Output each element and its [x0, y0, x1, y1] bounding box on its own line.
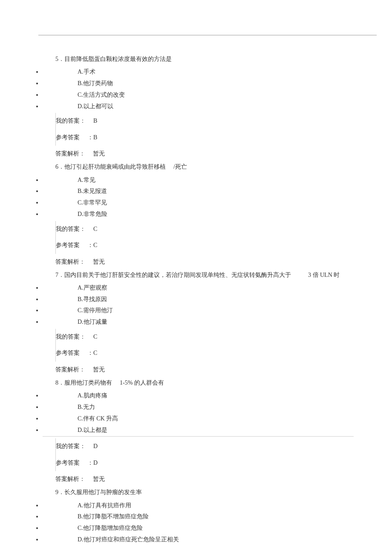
q7-ref-answer: 参考答案：C	[56, 345, 354, 361]
q9-option-b: B.他汀降脂不增加癌症危险	[43, 512, 354, 522]
q8-option-c: C.伴有 CK 升高	[43, 414, 354, 424]
q6-body2: /死亡	[173, 164, 187, 170]
q5-ref-answer: 参考答案：B	[56, 129, 354, 146]
q6-answer-block: 我的答案：C 参考答案：C	[55, 221, 354, 254]
q8-my-answer-value: D	[93, 443, 98, 449]
q7-number: 7	[55, 272, 58, 278]
q8-option-b: B.无力	[43, 402, 354, 412]
q7-analysis: 答案解析：暂无	[55, 364, 354, 375]
question-8-text: 8．服用他汀类药物有1-5% 的人群会有	[55, 377, 354, 388]
q6-number: 6	[55, 164, 58, 170]
q7-ref-answer-label: 参考答案	[56, 350, 80, 356]
q6-analysis-label: 答案解析：	[55, 259, 85, 265]
q8-ref-answer-value: D	[93, 460, 98, 466]
q7-body1: ．国内目前关于他汀肝脏安全性的建议，若治疗期间发现单纯性、无症状转氨酶升高大于	[58, 272, 291, 278]
q5-ref-sep: ：	[87, 134, 93, 141]
q8-my-answer-label: 我的答案：	[56, 443, 86, 449]
question-6-options: A.常见 B.未见报道 C.非常罕见 D.非常危险	[38, 175, 354, 219]
q5-ref-answer-value: B	[93, 134, 97, 141]
q5-body: ．目前降低脂蛋白颗粒浓度最有效的方法是	[58, 56, 172, 62]
question-5-text: 5．目前降低脂蛋白颗粒浓度最有效的方法是	[55, 54, 354, 64]
q6-my-answer-value: C	[93, 226, 97, 232]
q5-option-c: C.生活方式的改变	[43, 90, 354, 100]
q9-option-a: A.他汀具有抗癌作用	[43, 500, 354, 511]
q7-my-answer: 我的答案：C	[56, 329, 354, 345]
q8-ref-answer-label: 参考答案	[56, 460, 80, 466]
q9-body: ．长久服用他汀与肿瘤的发生率	[58, 489, 142, 495]
q5-my-answer-label: 我的答案：	[56, 118, 86, 124]
q5-my-answer: 我的答案：B	[56, 113, 354, 129]
question-5-options: A.手术 B.他汀类药物 C.生活方式的改变 D.以上都可以	[38, 67, 354, 111]
q7-analysis-value: 暂无	[93, 366, 105, 373]
question-9-options: A.他汀具有抗癌作用 B.他汀降脂不增加癌症危险 C.他汀降脂增加癌症危险 D.…	[38, 500, 354, 545]
q8-ref-sep: ：	[87, 460, 93, 466]
q7-my-answer-label: 我的答案：	[56, 334, 86, 340]
question-9-text: 9．长久服用他汀与肿瘤的发生率	[55, 487, 354, 497]
q5-option-b: B.他汀类药物	[43, 78, 354, 89]
q6-ref-answer: 参考答案：C	[56, 237, 354, 253]
q9-option-c: C.他汀降脂增加癌症危险	[43, 523, 354, 533]
q8-option-a: A.肌肉疼痛	[43, 391, 354, 401]
q8-body1: ．服用他汀类药物有	[58, 380, 112, 386]
q7-option-b: B.寻找原因	[43, 294, 354, 305]
q5-ref-answer-label: 参考答案	[56, 134, 80, 141]
q7-answer-block: 我的答案：C 参考答案：C	[55, 329, 354, 362]
q8-my-answer: 我的答案：D	[56, 438, 354, 454]
question-7-options: A.严密观察 B.寻找原因 C.需停用他汀 D.他汀减量	[38, 283, 354, 327]
q8-analysis: 答案解析：暂无	[55, 474, 354, 484]
q7-analysis-label: 答案解析：	[55, 366, 85, 373]
question-7-text: 7．国内目前关于他汀肝脏安全性的建议，若治疗期间发现单纯性、无症状转氨酶升高大于…	[55, 270, 354, 280]
q6-option-c: C.非常罕见	[43, 198, 354, 208]
q6-analysis: 答案解析：暂无	[55, 256, 354, 267]
q6-my-answer: 我的答案：C	[56, 221, 354, 237]
q6-my-answer-label: 我的答案：	[56, 226, 86, 232]
q8-ref-answer: 参考答案：D	[56, 455, 354, 471]
q9-number: 9	[55, 489, 58, 495]
q6-option-d: D.非常危险	[43, 209, 354, 219]
q5-my-answer-value: B	[93, 118, 97, 124]
q8-number: 8	[55, 380, 58, 386]
q5-number: 5	[55, 56, 58, 62]
q8-analysis-label: 答案解析：	[55, 476, 85, 482]
q7-ref-sep: ：	[87, 350, 93, 356]
q7-option-d: D.他汀减量	[43, 317, 354, 327]
q8-body2: 1-5% 的人群会有	[120, 380, 164, 386]
q7-option-a: A.严密观察	[43, 283, 354, 293]
question-6-text: 6．他汀引起肝功能衰竭或由此导致肝移植/死亡	[55, 161, 354, 172]
q5-analysis-value: 暂无	[93, 150, 105, 157]
q8-analysis-value: 暂无	[93, 476, 105, 482]
q9-option-d: D.他汀对癌症和癌症死亡危险呈正相关	[43, 535, 354, 545]
q5-analysis-label: 答案解析：	[55, 150, 85, 157]
q6-ref-answer-value: C	[93, 242, 97, 248]
q7-my-answer-value: C	[93, 334, 97, 340]
q7-body2: 3 倍 ULN 时	[308, 272, 340, 278]
q7-ref-answer-value: C	[93, 350, 97, 356]
q5-option-a: A.手术	[43, 67, 354, 77]
q6-analysis-value: 暂无	[93, 259, 105, 265]
q5-answer-block: 我的答案：B 参考答案：B	[55, 113, 354, 146]
q6-body1: ．他汀引起肝功能衰竭或由此导致肝移植	[58, 164, 166, 170]
question-8-options: A.肌肉疼痛 B.无力 C.伴有 CK 升高 D.以上都是	[38, 391, 354, 437]
q6-ref-answer-label: 参考答案	[56, 242, 80, 248]
q6-option-a: A.常见	[43, 175, 354, 185]
q5-analysis: 答案解析：暂无	[55, 148, 354, 159]
q8-answer-block: 我的答案：D 参考答案：D	[55, 438, 354, 471]
q5-option-d: D.以上都可以	[43, 101, 354, 112]
q6-option-b: B.未见报道	[43, 186, 354, 196]
q7-option-c: C.需停用他汀	[43, 305, 354, 316]
q8-option-d: D.以上都是	[43, 425, 354, 437]
q6-ref-sep: ：	[87, 242, 93, 248]
